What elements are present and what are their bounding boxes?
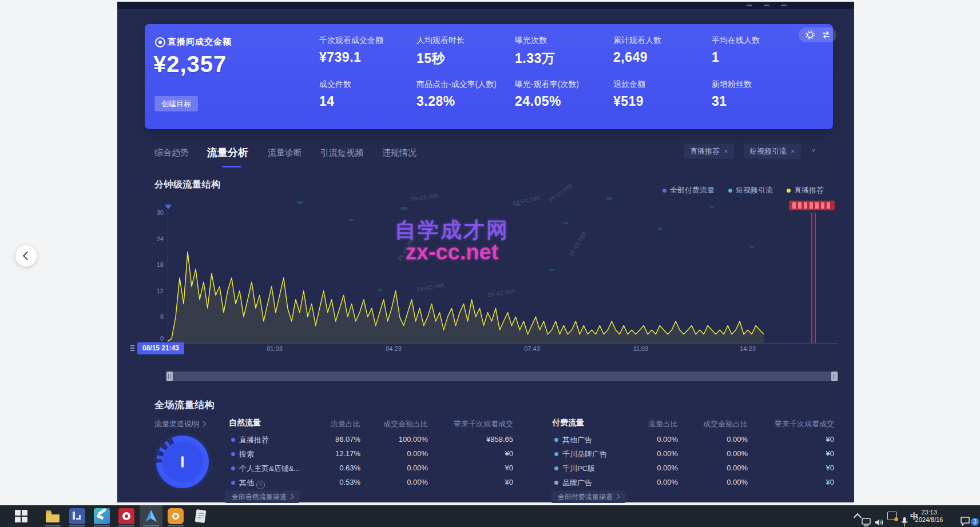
running-indicator — [45, 525, 61, 526]
close-icon[interactable]: × — [791, 147, 795, 155]
metric-card: 累计观看人数 2,649 — [613, 35, 709, 65]
tab-traffic-diagnosis[interactable]: 流量诊断 — [268, 147, 302, 158]
column-header-per-mille: 带来千次观看成交 — [422, 419, 513, 429]
create-goal-button[interactable]: 创建目标 — [154, 96, 198, 111]
y-tick: 0 — [146, 335, 164, 342]
tab-short-video[interactable]: 引流短视频 — [320, 147, 363, 158]
screenshot-tool-icon[interactable] — [887, 512, 897, 520]
minute-chart-title: 分钟级流量结构 — [154, 179, 221, 191]
filter-chip-live-recommend[interactable]: 直播推荐× — [684, 143, 734, 159]
close-icon[interactable]: × — [724, 147, 728, 155]
artifact — [455, 227, 459, 230]
app-pointer-button-active[interactable] — [140, 505, 162, 527]
legend-dot-icon — [787, 189, 791, 193]
row-name: 千川品牌广告 — [562, 449, 607, 460]
primary-metric-label: 直播间成交金额 — [168, 37, 232, 47]
app-teal-button[interactable] — [90, 505, 113, 527]
cell-gmv-share: 0.00% — [679, 449, 748, 458]
cell-per-mille: ¥0 — [422, 449, 513, 458]
row-dot-icon — [231, 438, 235, 442]
x-tick: 07:43 — [514, 345, 550, 352]
chevron-right-icon — [201, 421, 207, 427]
metric-card: 曝光次数 1.33万 — [515, 35, 611, 67]
metric-value: 31 — [712, 94, 808, 109]
row-dot-icon — [231, 466, 235, 470]
metric-label: 曝光-观看率(次数) — [515, 79, 611, 90]
metric-card: 退款金额 ¥519 — [613, 79, 709, 109]
red-ring-glyph — [122, 512, 130, 520]
tab-violations[interactable]: 违规情况 — [382, 147, 416, 158]
column-header-per-mille: 带来千次观看成交 — [743, 419, 834, 429]
kpi-banner: 直播间成交金额 ¥2,357 创建目标 千次观看成交金额 ¥739.1 人均观看… — [145, 24, 833, 129]
chart-range-slider[interactable] — [166, 372, 838, 381]
chevron-down-icon[interactable]: ˅ — [811, 146, 816, 155]
row-name: 其他? — [239, 478, 265, 489]
metric-label: 成交件数 — [319, 79, 415, 90]
cell-per-mille: ¥0 — [422, 478, 513, 486]
pointer-app-icon — [143, 508, 159, 524]
artifact — [515, 203, 521, 206]
tab-traffic-analysis[interactable]: 流量分析 — [207, 146, 248, 159]
artifact — [709, 206, 714, 208]
channel-help-link[interactable]: 流量渠道说明 — [154, 419, 205, 429]
natural-traffic-header: 自然流量 — [229, 418, 261, 428]
legend-item-short-video[interactable]: 短视频引流 — [728, 185, 773, 195]
speaker-icon[interactable] — [874, 512, 884, 527]
filter-chip-short-video[interactable]: 短视频引流× — [744, 143, 801, 159]
windows-logo-icon — [15, 510, 27, 522]
row-name: 直播推荐 — [239, 435, 269, 445]
cell-per-mille: ¥0 — [743, 464, 834, 472]
y-tick: 12 — [146, 288, 164, 294]
notification-badge[interactable]: 3 — [971, 518, 979, 526]
slider-left-handle[interactable] — [166, 372, 173, 381]
all-natural-channels-link[interactable]: 全部自然流量渠道 — [225, 490, 300, 503]
running-indicator — [94, 525, 110, 526]
cell-gmv-share: 0.00% — [679, 478, 748, 486]
app-red-button[interactable] — [115, 505, 138, 527]
banner-toolbar — [799, 27, 836, 42]
traffic-line-chart[interactable] — [168, 213, 764, 343]
primary-metric-value: ¥2,357 — [153, 51, 227, 77]
back-button[interactable] — [15, 245, 37, 266]
metric-card: 曝光-观看率(次数) 24.05% — [515, 79, 611, 109]
notification-center-icon[interactable] — [960, 510, 971, 527]
metric-card: 千次观看成交金额 ¥739.1 — [319, 35, 415, 65]
paid-traffic-header: 付费流量 — [552, 418, 584, 428]
all-paid-channels-link[interactable]: 全部付费流量渠道 — [551, 490, 626, 503]
slider-right-handle[interactable] — [831, 372, 838, 381]
artifact — [378, 289, 382, 291]
selected-time-badge[interactable]: 08/15 21:43 — [137, 342, 184, 354]
chevron-right-icon — [614, 494, 620, 500]
file-explorer-button[interactable] — [41, 505, 64, 527]
microphone-icon[interactable] — [901, 511, 908, 527]
help-icon[interactable]: ? — [256, 481, 265, 489]
gear-icon[interactable] — [806, 30, 815, 39]
artifact — [492, 247, 498, 249]
cell-gmv-share: 0.00% — [359, 449, 428, 458]
metric-label: 平均在线人数 — [712, 35, 808, 46]
app-notepad-button[interactable] — [189, 505, 212, 527]
axis-top-marker-icon — [165, 205, 172, 209]
channel-help-label: 流量渠道说明 — [154, 420, 199, 428]
orange-glyph — [172, 513, 179, 520]
start-button[interactable] — [10, 505, 33, 527]
app-l1-button[interactable] — [66, 505, 89, 527]
chip-label: 直播推荐 — [690, 147, 720, 155]
y-tick: 30 — [146, 209, 164, 216]
cell-per-mille: ¥0 — [743, 449, 834, 458]
legend-item-live-recommend[interactable]: 直播推荐 — [787, 185, 824, 195]
network-icon[interactable] — [862, 512, 872, 527]
metric-label: 累计观看人数 — [613, 35, 709, 46]
clock[interactable]: 23:13 2024/8/16 — [912, 505, 946, 524]
row-dot-icon — [554, 438, 558, 442]
red-annotation-badge[interactable] — [789, 201, 835, 210]
app-orange-button[interactable] — [164, 505, 187, 527]
swap-icon[interactable] — [822, 30, 831, 39]
tab-overall-trend[interactable]: 综合趋势 — [154, 147, 189, 158]
metric-card: 成交件数 14 — [319, 79, 415, 109]
top-strip-icon — [747, 5, 752, 6]
window-top-strip — [117, 2, 854, 9]
natural-traffic-donut-chart[interactable] — [156, 436, 209, 488]
legend-item-paid[interactable]: 全部付费流量 — [662, 185, 715, 195]
footer-link-label: 全部自然流量渠道 — [232, 493, 287, 501]
